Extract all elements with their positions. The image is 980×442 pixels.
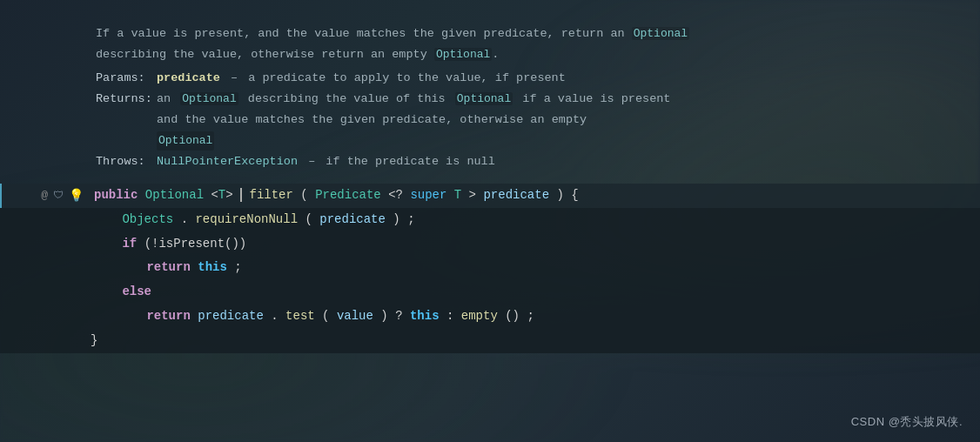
code-content-method: public Optional <T> filter ( Predicate <… <box>91 185 980 206</box>
predicate-arg: predicate <box>319 212 386 226</box>
gutter-method: @ 🛡 💡 <box>3 188 91 203</box>
params-text: predicate – a predicate to apply to the … <box>157 69 963 88</box>
main-content: If a value is present, and the value mat… <box>0 0 980 442</box>
type-param-T: T <box>218 188 225 202</box>
requirenonnull-method: requireNonNull <box>195 212 298 226</box>
filter-method: filter <box>249 188 292 202</box>
test-method: test <box>285 309 315 323</box>
doc-returns-line2: and the value matches the given predicat… <box>96 110 963 130</box>
open-brace: { <box>571 188 578 202</box>
doc-params-line: Params: predicate – a predicate to apply… <box>96 69 963 88</box>
doc-returns-line3: Optional <box>96 131 963 150</box>
doc-block: If a value is present, and the value mat… <box>0 17 980 180</box>
code-content-7: } <box>87 331 980 352</box>
throws-text: NullPointerException – if the predicate … <box>157 152 963 171</box>
semi-4: ; <box>234 260 241 274</box>
doc-returns-line1: Returns: an Optional describing the valu… <box>96 90 963 109</box>
predicate-obj: predicate <box>198 309 264 323</box>
t-type: T <box>454 188 461 202</box>
bulb-icon: 💡 <box>69 188 84 203</box>
exception-name: NullPointerException <box>157 155 298 168</box>
optional-code-2: Optional <box>434 48 492 61</box>
code-content-3: if (!isPresent()) <box>87 234 980 255</box>
close-brace: } <box>91 333 97 347</box>
throws-label: Throws: <box>96 152 157 171</box>
doc-line-2: describing the value, otherwise return a… <box>96 45 963 64</box>
code-line-method: @ 🛡 💡 public Optional <T> filter ( Predi… <box>0 184 980 208</box>
optional-code-3: Optional <box>180 92 238 105</box>
predicate-param: predicate <box>483 188 549 202</box>
code-content-5: else <box>87 282 980 303</box>
doc-text-2: describing the value, otherwise return a… <box>96 45 963 64</box>
param-name: predicate <box>157 71 220 84</box>
code-content-2: Objects . requireNonNull ( predicate ) ; <box>87 210 980 231</box>
generic-close: > <box>225 188 232 202</box>
watermark: CSDN @秃头披风侠. <box>851 414 963 430</box>
ternary-q: ? <box>395 309 402 323</box>
optional-type: Optional <box>145 188 204 202</box>
generic-open: < <box>211 188 218 202</box>
super-keyword: super <box>410 188 446 202</box>
objects-type: Objects <box>122 212 173 226</box>
return-keyword-2: return <box>146 309 190 323</box>
value-arg: value <box>337 309 373 323</box>
this-keyword-2: this <box>410 309 440 323</box>
semi-2: ; <box>407 212 414 226</box>
code-line-2: Objects . requireNonNull ( predicate ) ; <box>0 208 980 232</box>
empty-method: empty <box>461 309 498 323</box>
returns-text-2: and the value matches the given predicat… <box>157 110 963 130</box>
code-line-4: return this ; <box>0 256 980 280</box>
return-keyword-1: return <box>146 260 190 274</box>
at-icon: @ <box>41 189 48 202</box>
code-editor: @ 🛡 💡 public Optional <T> filter ( Predi… <box>0 184 980 353</box>
code-line-3: if (!isPresent()) <box>0 232 980 257</box>
code-content-4: return this ; <box>87 258 980 278</box>
optional-code-5: Optional <box>157 131 214 150</box>
returns-text-1: an Optional describing the value of this… <box>157 90 963 109</box>
params-label: Params: <box>96 69 157 88</box>
else-keyword: else <box>122 285 151 298</box>
empty-args: () <box>505 309 520 323</box>
this-keyword-1: this <box>198 260 227 274</box>
returns-label: Returns: <box>96 90 157 109</box>
doc-text-1: If a value is present, and the value mat… <box>96 24 963 44</box>
if-condition: (!isPresent()) <box>144 237 247 251</box>
code-line-7: } <box>0 329 980 353</box>
shield-icon: 🛡 <box>53 189 64 202</box>
cursor <box>240 188 242 202</box>
code-line-6: return predicate . test ( value ) ? this… <box>0 305 980 329</box>
public-keyword: public <box>94 188 138 202</box>
doc-throws-line: Throws: NullPointerException – if the pr… <box>96 152 963 171</box>
optional-code-4: Optional <box>455 92 513 105</box>
ternary-colon: : <box>446 309 453 323</box>
code-line-5: else <box>0 280 980 305</box>
optional-code-1: Optional <box>632 27 689 40</box>
semi-6: ; <box>527 309 534 323</box>
if-keyword: if <box>122 237 137 251</box>
doc-line-1: If a value is present, and the value mat… <box>96 24 963 44</box>
code-content-6: return predicate . test ( value ) ? this… <box>87 306 980 327</box>
predicate-type: Predicate <box>315 188 381 202</box>
